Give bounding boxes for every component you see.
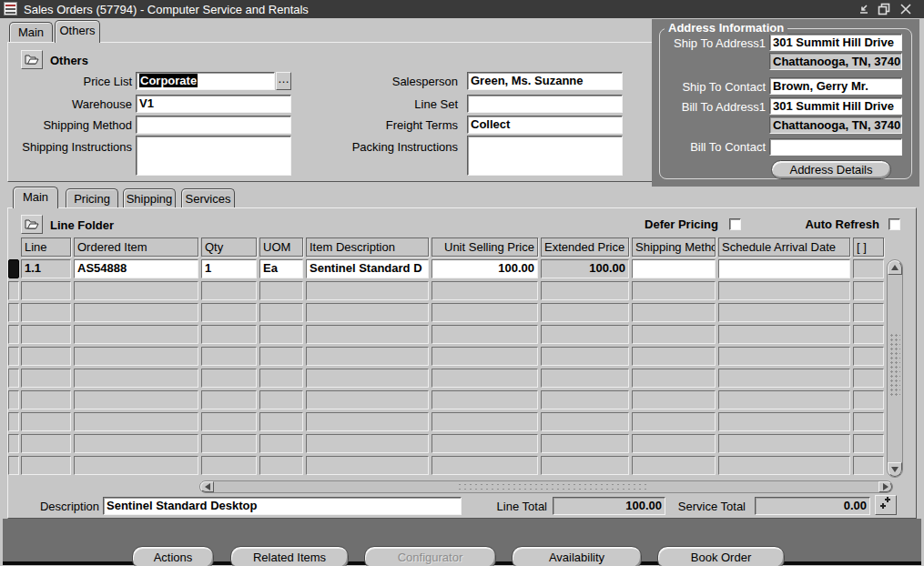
cell-ordered_item[interactable]: AS54888 — [74, 259, 198, 278]
cell-schedule_arrival_date[interactable] — [718, 259, 850, 278]
restore-icon[interactable] — [878, 3, 892, 15]
minimize-icon[interactable] — [858, 3, 872, 15]
cell-ordered_item — [74, 347, 198, 366]
cell-uom — [259, 325, 303, 344]
defer-pricing-checkbox[interactable] — [729, 218, 741, 230]
cell-uom — [259, 456, 303, 475]
cell-shipping_method — [632, 456, 716, 475]
book-order-button[interactable]: Book Order — [657, 546, 785, 566]
cell-unit_selling_price[interactable]: 100.00 — [432, 259, 538, 278]
cell-uom — [259, 303, 303, 322]
cell-uom[interactable]: Ea — [259, 259, 303, 278]
column-header-item_description[interactable]: Item Description — [306, 238, 429, 257]
table-row: 1.1AS548881EaSentinel Standard D100.0010… — [8, 259, 887, 278]
record-selector[interactable] — [8, 434, 19, 453]
cell-qty[interactable]: 1 — [201, 259, 257, 278]
shipping-instructions-field[interactable] — [136, 136, 291, 176]
column-header-line[interactable]: Line — [21, 238, 71, 257]
record-selector[interactable] — [8, 369, 19, 388]
ship-to-contact-label: Ship To Contact — [655, 80, 766, 94]
tab-others[interactable]: Others — [55, 20, 100, 43]
cell-flag[interactable] — [853, 259, 884, 278]
tab-lines-shipping[interactable]: Shipping — [123, 188, 176, 208]
record-selector[interactable] — [8, 412, 19, 431]
lov-ellipsis-button[interactable]: … — [276, 72, 291, 90]
price-list-field[interactable]: Corporate — [136, 72, 275, 90]
shipping-instructions-label: Shipping Instructions — [8, 140, 132, 154]
line-set-field[interactable] — [467, 95, 623, 113]
expand-totals-button[interactable] — [875, 495, 897, 515]
oracle-app-icon — [4, 2, 17, 15]
actions-button[interactable]: Actions — [132, 546, 214, 566]
cell-schedule_arrival_date — [718, 412, 850, 431]
record-selector[interactable] — [8, 281, 19, 300]
cell-line — [21, 347, 71, 366]
shipping-method-field[interactable] — [136, 116, 291, 134]
folder-icon[interactable] — [21, 50, 43, 69]
cell-extended_price[interactable]: 100.00 — [541, 259, 629, 278]
cell-line — [21, 303, 71, 322]
cell-shipping_method — [632, 325, 716, 344]
availability-button[interactable]: Availability — [512, 546, 642, 566]
lines-vertical-scrollbar[interactable] — [887, 259, 903, 478]
record-selector[interactable] — [8, 390, 19, 409]
column-header-extended_price[interactable]: Extended Price — [541, 238, 629, 257]
cell-qty — [201, 281, 257, 300]
column-header-uom[interactable]: UOM — [259, 238, 303, 257]
window-title: Sales Orders (57794) - Computer Service … — [24, 3, 309, 16]
column-header-ordered_item[interactable]: Ordered Item — [74, 238, 198, 257]
record-selector[interactable] — [8, 259, 19, 278]
cell-ordered_item — [74, 369, 198, 388]
ship-to-contact-field[interactable]: Brown, Gerry Mr. — [769, 77, 902, 95]
warehouse-field[interactable]: V1 — [136, 95, 291, 113]
ship-to-address1-field[interactable]: 301 Summit Hill Drive — [769, 34, 902, 51]
auto-refresh-checkbox[interactable] — [888, 218, 900, 230]
column-header-shipping_method[interactable]: Shipping Method — [632, 238, 716, 257]
address-details-button[interactable]: Address Details — [771, 160, 891, 179]
record-selector[interactable] — [8, 325, 19, 344]
cell-line[interactable]: 1.1 — [21, 259, 71, 278]
scroll-right-icon[interactable] — [878, 481, 892, 492]
cell-extended_price — [541, 303, 629, 322]
scroll-down-icon[interactable] — [888, 462, 902, 477]
folder-icon[interactable] — [21, 215, 43, 234]
bill-to-contact-label: Bill To Contact — [655, 140, 766, 154]
description-field[interactable]: Sentinel Standard Desktop — [103, 497, 462, 515]
related-items-button[interactable]: Related Items — [230, 546, 349, 566]
cell-shipping_method[interactable] — [632, 259, 716, 278]
freight-terms-field[interactable]: Collect — [467, 116, 623, 134]
salesperson-field[interactable]: Green, Ms. Suzanne — [467, 72, 623, 90]
bill-to-address1-field[interactable]: 301 Summit Hill Drive — [769, 97, 902, 115]
table-row — [8, 434, 887, 453]
record-selector[interactable] — [8, 303, 19, 322]
bill-to-contact-field[interactable] — [769, 138, 902, 156]
tab-lines-pricing[interactable]: Pricing — [66, 188, 118, 208]
cell-line — [21, 456, 71, 475]
packing-instructions-field[interactable] — [467, 136, 623, 176]
scrollbar-thumb[interactable] — [889, 333, 900, 397]
cell-flag — [853, 347, 884, 366]
cell-item_description — [306, 369, 429, 388]
column-header-schedule_arrival_date[interactable]: Schedule Arrival Date — [718, 238, 850, 257]
cell-schedule_arrival_date — [718, 390, 850, 409]
cell-shipping_method — [632, 281, 716, 300]
tab-lines-services[interactable]: Services — [181, 188, 235, 208]
scroll-left-icon[interactable] — [200, 481, 214, 492]
lines-horizontal-scrollbar[interactable] — [199, 480, 893, 493]
scrollbar-thumb[interactable] — [457, 482, 650, 491]
cell-shipping_method — [632, 303, 716, 322]
record-selector[interactable] — [8, 456, 19, 475]
cell-schedule_arrival_date — [718, 281, 850, 300]
record-selector[interactable] — [8, 347, 19, 366]
scroll-up-icon[interactable] — [888, 260, 902, 275]
column-header-qty[interactable]: Qty — [201, 238, 257, 257]
tab-lines-main[interactable]: Main — [13, 187, 58, 208]
cell-item_description[interactable]: Sentinel Standard D — [306, 259, 429, 278]
column-header-unit_selling_price[interactable]: Unit Selling Price — [432, 238, 538, 257]
tab-main-top[interactable]: Main — [9, 22, 53, 42]
bill-to-address1-label: Bill To Address1 — [655, 100, 766, 114]
cell-uom — [259, 281, 303, 300]
column-header-flag[interactable]: [ ] — [853, 238, 884, 257]
cell-item_description — [306, 456, 429, 475]
close-icon[interactable] — [899, 3, 914, 15]
